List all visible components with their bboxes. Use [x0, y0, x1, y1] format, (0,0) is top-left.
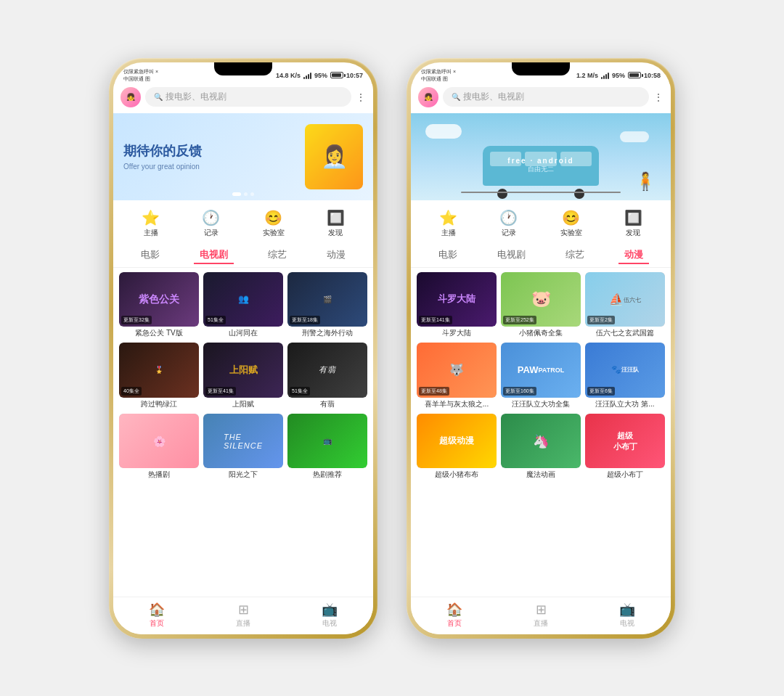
- grid-item-a5[interactable]: PAWPATROL 更新至160集 汪汪队立大功全集: [501, 343, 581, 409]
- grid-item-a7[interactable]: 超级动漫 超级小猪布布: [417, 414, 497, 480]
- status-left-2: 仅限紧急呼叫 × 中国联通 图: [421, 68, 456, 83]
- thumb-img-a8: 🦄: [501, 414, 581, 469]
- avatar-1[interactable]: 👧: [121, 87, 141, 107]
- search-box-2[interactable]: 🔍 搜电影、电视剧: [443, 87, 649, 107]
- bar2: [306, 75, 307, 79]
- grid-item-7[interactable]: 🌸 热播剧: [119, 414, 199, 480]
- tab-zongyi-1[interactable]: 综艺: [262, 247, 293, 264]
- tab-zongyi-2[interactable]: 综艺: [560, 247, 590, 264]
- grid-item-a4[interactable]: 🐺 更新至48集 喜羊羊与灰太狼之...: [417, 343, 497, 409]
- phone-2: 仅限紧急呼叫 × 中国联通 图 1.2 M/s 95% 10:58: [407, 58, 675, 639]
- quick-nav-2: ⭐ 主播 🕐 记录 😊 实验室 🔲 发现: [411, 203, 671, 244]
- badge-3: 更新至18集: [290, 316, 320, 324]
- content-grid-1: 紫色公关 更新至32集 紧急公关 TV版 👥 51集全: [113, 268, 373, 597]
- title-3: 刑警之海外行动: [287, 328, 367, 338]
- title-8: 阳光之下: [203, 470, 283, 480]
- banner-2[interactable]: free · android 自由无二: [411, 113, 671, 200]
- title-5: 上阳赋: [203, 399, 283, 409]
- tab-dianying-2[interactable]: 电影: [433, 247, 463, 264]
- banner-subtitle-1: Offer your great opinion: [123, 163, 305, 171]
- badge-1: 更新至32集: [121, 316, 152, 324]
- bottom-tv-2[interactable]: 📺 电视: [619, 602, 635, 629]
- bar3: [308, 74, 309, 79]
- bus: free · android 自由无二: [483, 146, 599, 193]
- nav-zhubo-2[interactable]: ⭐ 主播: [439, 209, 457, 238]
- search-bar-1: 👧 🔍 搜电影、电视剧 ⋮: [113, 84, 373, 110]
- grid-item-6[interactable]: 有翡 51集全 有翡: [287, 343, 367, 409]
- title-a1: 斗罗大陆: [417, 328, 497, 338]
- signal-1: [303, 72, 311, 79]
- bottom-live-1[interactable]: ⊞ 直播: [236, 602, 250, 629]
- nav-jilu-1[interactable]: 🕐 记录: [202, 209, 220, 238]
- avatar-2[interactable]: 👧: [418, 87, 438, 107]
- bottom-tv-1[interactable]: 📺 电视: [322, 602, 338, 629]
- tv-icon-2: 📺: [619, 602, 635, 618]
- wheel-left: [497, 189, 507, 199]
- battery-fill-1: [332, 73, 341, 77]
- banner-1[interactable]: 期待你的反馈 Offer your great opinion 👩‍💼: [113, 113, 373, 200]
- title-a3: 伍六七之玄武国篇: [585, 328, 665, 338]
- tab-dianshiju-1[interactable]: 电视剧: [194, 247, 234, 264]
- nav-shiyanshi-2[interactable]: 😊 实验室: [560, 209, 582, 238]
- bar1-2: [601, 77, 603, 79]
- thumb-2: 👥 51集全: [203, 272, 283, 327]
- bottom-home-1[interactable]: 🏠 首页: [149, 602, 165, 629]
- settings-icon-2[interactable]: ⋮: [653, 91, 663, 103]
- tab-dongman-1[interactable]: 动漫: [321, 247, 351, 264]
- nav-faxian-1[interactable]: 🔲 发现: [327, 209, 345, 238]
- quick-nav-1: ⭐ 主播 🕐 记录 😊 实验室 🔲 发现: [113, 203, 373, 244]
- content-tabs-2: 电影 电视剧 综艺 动漫: [411, 244, 671, 268]
- nav-faxian-2[interactable]: 🔲 发现: [624, 209, 642, 238]
- thumb-1: 紫色公关 更新至32集: [119, 272, 199, 327]
- carrier-name-2: 中国联通 图: [421, 75, 456, 83]
- tab-dongman-2[interactable]: 动漫: [618, 247, 649, 264]
- badge-a5: 更新至160集: [503, 387, 536, 396]
- grid-item-5[interactable]: 上阳赋 更新至41集 上阳赋: [203, 343, 283, 409]
- grid-item-3[interactable]: 🎬 更新至18集 刑警之海外行动: [287, 272, 367, 339]
- grid-item-a6[interactable]: 🐾汪汪队 更新至6集 汪汪队立大功 第...: [585, 343, 665, 409]
- settings-icon-1[interactable]: ⋮: [356, 91, 366, 103]
- thumb-5: 上阳赋 更新至41集: [203, 343, 283, 398]
- grid-item-8[interactable]: THESILENCE 阳光之下: [203, 414, 283, 480]
- grid-item-9[interactable]: 📺 热剧推荐: [287, 414, 367, 480]
- nav-shiyanshi-1[interactable]: 😊 实验室: [263, 209, 285, 238]
- grid-item-a9[interactable]: 超级小布丁 超级小布丁: [585, 414, 665, 480]
- title-a7: 超级小猪布布: [417, 470, 497, 480]
- bottom-live-2[interactable]: ⊞ 直播: [534, 602, 548, 629]
- thumb-9: 📺: [287, 414, 367, 469]
- grid-item-2[interactable]: 👥 51集全 山河同在: [203, 272, 283, 339]
- grid-row-1-1: 紫色公关 更新至32集 紧急公关 TV版 👥 51集全: [119, 272, 367, 339]
- bus-window-2: [525, 152, 556, 166]
- content-tabs-1: 电影 电视剧 综艺 动漫: [113, 244, 373, 268]
- grid-item-4[interactable]: 🎖️ 40集全 跨过鸭绿江: [119, 343, 199, 409]
- bottom-home-2[interactable]: 🏠 首页: [446, 602, 462, 629]
- nav-zhubo-1[interactable]: ⭐ 主播: [142, 209, 160, 238]
- nav-faxian-icon-2: 🔲: [624, 209, 642, 226]
- home-icon-1: 🏠: [149, 602, 165, 618]
- banner-title-1: 期待你的反馈: [123, 142, 305, 160]
- thumb-img-a7: 超级动漫: [417, 414, 497, 469]
- bottom-nav-2: 🏠 首页 ⊞ 直播 📺 电视: [411, 597, 671, 634]
- signal-2: [601, 72, 609, 79]
- grid-item-1[interactable]: 紫色公关 更新至32集 紧急公关 TV版: [119, 272, 199, 339]
- thumb-6: 有翡 51集全: [287, 343, 367, 398]
- carrier-name-1: 中国联通 图: [123, 75, 158, 83]
- person-silhouette: 🧍: [634, 171, 656, 192]
- grid-item-a1[interactable]: 斗罗大陆 更新至141集 斗罗大陆: [417, 272, 497, 339]
- title-a2: 小猪佩奇全集: [501, 328, 581, 338]
- grid-item-a8[interactable]: 🦄 魔法动画: [501, 414, 581, 480]
- grid-item-a2[interactable]: 🐷 更新至252集 小猪佩奇全集: [501, 272, 581, 339]
- badge-5: 更新至41集: [205, 387, 236, 396]
- page-wrapper: 仅限紧急呼叫 × 中国联通 图 14.8 K/s 95% 10:57: [0, 29, 784, 668]
- banner-dots-1: [232, 192, 254, 196]
- search-icon-1: 🔍: [154, 93, 163, 101]
- nav-jilu-2[interactable]: 🕐 记录: [499, 209, 518, 238]
- grid-item-a3[interactable]: ⛵ 伍六七 更新至2集 伍六七之玄武国篇: [585, 272, 665, 339]
- title-a6: 汪汪队立大功 第...: [585, 399, 665, 409]
- search-box-1[interactable]: 🔍 搜电影、电视剧: [145, 87, 351, 107]
- phone-1-screen: 仅限紧急呼叫 × 中国联通 图 14.8 K/s 95% 10:57: [113, 62, 373, 634]
- dot-1: [232, 192, 241, 196]
- badge-2: 51集全: [205, 316, 226, 324]
- tab-dianshiju-2[interactable]: 电视剧: [491, 247, 531, 264]
- tab-dianying-1[interactable]: 电影: [135, 247, 166, 264]
